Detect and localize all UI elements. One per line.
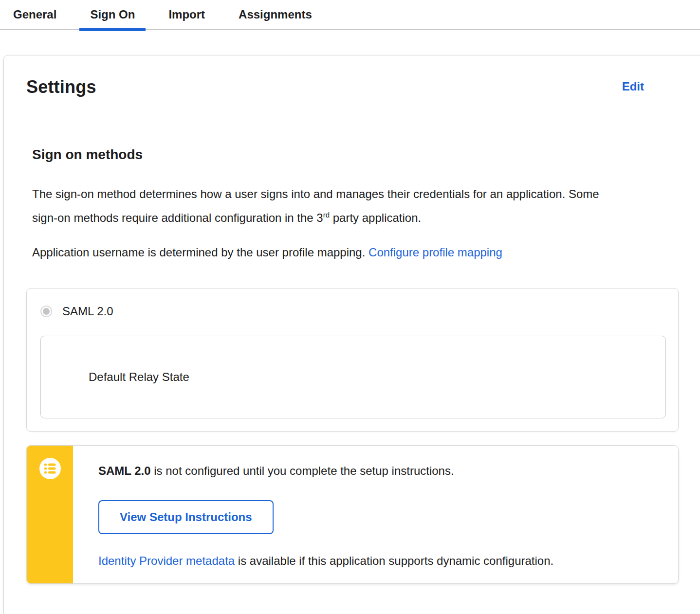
page-title: Settings: [26, 77, 96, 97]
tab-sign-on[interactable]: Sign On: [79, 0, 146, 29]
tab-general[interactable]: General: [2, 0, 67, 29]
saml-radio-dot: [43, 308, 50, 315]
settings-card-header: Settings Edit: [26, 77, 656, 97]
callout-yellow-stripe: [27, 446, 73, 583]
sign-on-methods-description: The sign-on method determines how a user…: [32, 182, 609, 230]
default-relay-state-field: Default Relay State: [40, 336, 666, 418]
saml-option-box: SAML 2.0 Default Relay State: [26, 288, 679, 432]
metadata-text: is available if this application support…: [235, 554, 553, 567]
ordinal-superscript: rd: [323, 211, 330, 219]
callout-message-rest: is not configured until you complete the…: [151, 464, 454, 477]
sign-on-methods-section: Sign on methods The sign-on method deter…: [26, 147, 656, 584]
view-setup-instructions-button[interactable]: View Setup Instructions: [98, 500, 274, 534]
settings-card: Settings Edit Sign on methods The sign-o…: [3, 55, 700, 614]
saml-setup-callout: SAML 2.0 is not configured until you com…: [26, 445, 679, 584]
edit-button[interactable]: Edit: [622, 80, 644, 93]
callout-message-bold: SAML 2.0: [98, 464, 151, 477]
sign-on-methods-heading: Sign on methods: [32, 147, 656, 163]
tab-import[interactable]: Import: [158, 0, 216, 29]
username-text: Application username is determined by th…: [32, 246, 368, 259]
setup-instructions-list-icon: [39, 458, 61, 481]
callout-message: SAML 2.0 is not configured until you com…: [98, 463, 659, 479]
app-tab-bar: General Sign On Import Assignments: [0, 0, 700, 30]
description-text-tail: party application.: [330, 211, 421, 224]
saml-radio-row: SAML 2.0: [40, 305, 665, 318]
configure-profile-mapping-link[interactable]: Configure profile mapping: [368, 246, 502, 259]
metadata-line: Identity Provider metadata is available …: [98, 553, 659, 569]
saml-option-label: SAML 2.0: [62, 305, 113, 318]
default-relay-state-label: Default Relay State: [89, 370, 189, 384]
saml-radio-button[interactable]: [40, 306, 52, 317]
description-text: The sign-on method determines how a user…: [32, 187, 599, 224]
identity-provider-metadata-link[interactable]: Identity Provider metadata: [98, 554, 235, 567]
application-username-line: Application username is determined by th…: [32, 240, 656, 264]
callout-content: SAML 2.0 is not configured until you com…: [27, 446, 678, 569]
tab-assignments[interactable]: Assignments: [228, 0, 323, 29]
